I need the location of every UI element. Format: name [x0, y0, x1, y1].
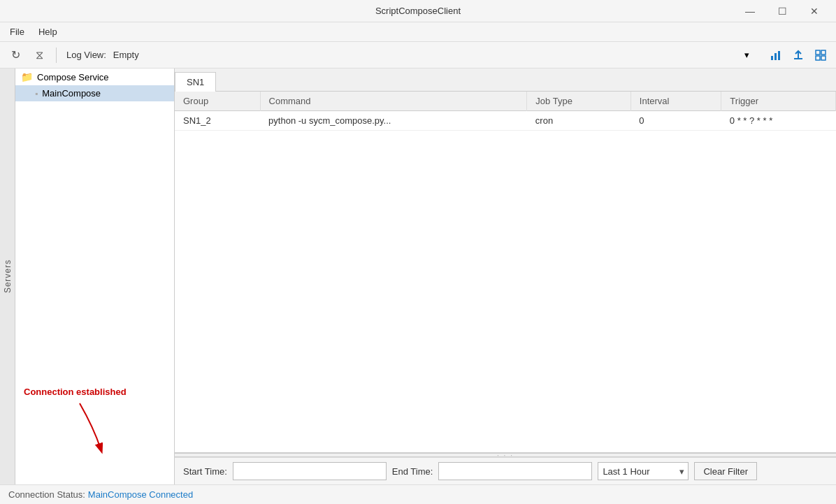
grid-icon: [814, 49, 827, 62]
connection-status-label: Connection Status:: [8, 489, 85, 500]
cell-jobtype: cron: [527, 111, 630, 131]
title-bar-title: ScriptComposeClient: [375, 6, 461, 16]
tree-item-maincompose-label: MainCompose: [42, 88, 101, 99]
bottom-area: · · · Start Time: End Time: Last 1 Hour …: [175, 452, 836, 484]
clear-filter-button[interactable]: Clear Filter: [694, 462, 757, 480]
filter-bar: Start Time: End Time: Last 1 Hour Last 3…: [175, 457, 836, 484]
menu-bar: File Help: [0, 22, 836, 42]
svg-rect-5: [816, 56, 820, 60]
chart-button[interactable]: [766, 45, 786, 65]
refresh-button[interactable]: ↻: [6, 45, 25, 65]
title-bar-controls: — ☐ ✕: [734, 0, 830, 22]
connection-message: Connection established: [24, 387, 166, 397]
chevron-down-icon: ▾: [744, 50, 749, 60]
col-header-trigger: Trigger: [721, 92, 836, 111]
col-header-command: Command: [260, 92, 527, 111]
upload-button[interactable]: [788, 45, 808, 65]
servers-tab[interactable]: Servers: [0, 69, 15, 484]
data-table: Group Command Job Type Interval Trigger …: [175, 92, 836, 131]
log-view-value: Empty: [113, 50, 139, 60]
end-time-label: End Time:: [392, 466, 433, 477]
servers-tab-label: Servers: [3, 259, 13, 293]
maximize-button[interactable]: ☐: [766, 0, 798, 22]
col-header-interval: Interval: [630, 92, 721, 111]
log-view-label: Log View:: [66, 50, 106, 60]
cell-group: SN1_2: [175, 111, 260, 131]
svg-rect-6: [821, 56, 826, 60]
svg-rect-0: [771, 56, 773, 60]
filter-button[interactable]: ⧖: [29, 45, 49, 65]
col-header-jobtype: Job Type: [527, 92, 630, 111]
right-panel: SN1 Group Command Job Type Interval Trig…: [175, 69, 836, 484]
arrow-svg: [66, 400, 122, 456]
svg-rect-2: [778, 51, 780, 60]
connection-status-value: MainCompose Connected: [88, 489, 193, 500]
title-bar: ScriptComposeClient — ☐ ✕: [0, 0, 836, 22]
toolbar-separator: [56, 48, 57, 63]
tree-item-compose-service[interactable]: 📁 Compose Service: [15, 69, 174, 85]
svg-rect-1: [774, 53, 777, 60]
end-time-input[interactable]: [438, 462, 592, 480]
minimize-button[interactable]: —: [734, 0, 766, 22]
status-bar: Connection Status: MainCompose Connected: [0, 484, 836, 504]
resize-dots-icon: · · ·: [497, 452, 514, 459]
grid-button[interactable]: [811, 45, 830, 65]
toolbar-icon-group: [766, 45, 830, 65]
menu-help[interactable]: Help: [31, 24, 64, 40]
start-time-input[interactable]: [233, 462, 387, 480]
table-container[interactable]: Group Command Job Type Interval Trigger …: [175, 92, 836, 452]
cell-interval: 0: [630, 111, 721, 131]
tabs-bar: SN1: [175, 69, 836, 92]
tab-sn1[interactable]: SN1: [175, 72, 216, 92]
col-header-group: Group: [175, 92, 260, 111]
svg-rect-4: [821, 50, 826, 55]
time-range-dropdown-wrap: Last 1 Hour Last 3 Hours Last 6 Hours La…: [598, 462, 689, 480]
cell-trigger: 0 * * ? * * *: [721, 111, 836, 131]
main-content: Servers 📁 Compose Service ▪ MainCompose …: [0, 69, 836, 484]
toolbar: ↻ ⧖ Log View: Empty ▾: [0, 42, 836, 69]
tree-item-compose-service-label: Compose Service: [37, 72, 109, 82]
chart-icon: [770, 49, 782, 62]
tree-item-maincompose[interactable]: ▪ MainCompose: [15, 85, 174, 101]
close-button[interactable]: ✕: [798, 0, 830, 22]
log-view-dropdown[interactable]: ▾: [737, 45, 756, 65]
upload-icon: [792, 49, 805, 62]
cell-command: python -u sycm_compose.py...: [260, 111, 527, 131]
file-icon: ▪: [35, 89, 38, 99]
table-row[interactable]: SN1_2 python -u sycm_compose.py... cron …: [175, 111, 836, 131]
folder-icon: 📁: [21, 71, 33, 82]
svg-rect-3: [816, 50, 820, 55]
start-time-label: Start Time:: [183, 466, 227, 477]
tree-panel: 📁 Compose Service ▪ MainCompose Connecti…: [15, 69, 175, 484]
table-header-row: Group Command Job Type Interval Trigger: [175, 92, 836, 111]
time-range-dropdown[interactable]: Last 1 Hour Last 3 Hours Last 6 Hours La…: [598, 462, 689, 480]
menu-file[interactable]: File: [3, 24, 31, 40]
connection-message-area: Connection established: [15, 381, 174, 461]
